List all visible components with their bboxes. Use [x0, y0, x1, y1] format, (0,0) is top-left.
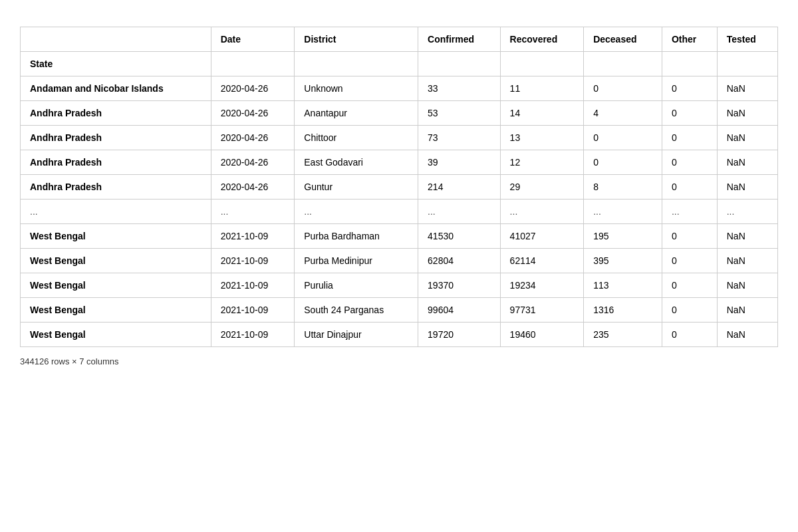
cell-deceased: 0	[584, 150, 662, 175]
main-container: Date District Confirmed Recovered Deceas…	[20, 27, 778, 366]
cell-other: 0	[662, 175, 717, 200]
cell-recovered: 97731	[500, 298, 584, 323]
col-header-tested: Tested	[717, 27, 777, 52]
cell-tested: NaN	[717, 101, 777, 126]
cell-recovered: 13	[500, 126, 584, 150]
col-header-district: District	[295, 27, 418, 52]
col-header-deceased: Deceased	[584, 27, 662, 52]
table-row: Andhra Pradesh2020-04-26East Godavari391…	[21, 150, 778, 175]
cell-tested: ...	[717, 200, 777, 224]
table-row: West Bengal2021-10-09Purba Bardhaman4153…	[21, 224, 778, 249]
col-header-recovered: Recovered	[500, 27, 584, 52]
cell-deceased: 4	[584, 101, 662, 126]
header-row: Date District Confirmed Recovered Deceas…	[21, 27, 778, 52]
table-row: Andhra Pradesh2020-04-26Guntur2142980NaN	[21, 175, 778, 200]
cell-date: 2021-10-09	[211, 249, 295, 273]
cell-date: 2021-10-09	[211, 224, 295, 249]
cell-confirmed: 62804	[418, 249, 501, 273]
group-header-tested	[717, 52, 777, 76]
cell-district: Purulia	[295, 273, 418, 298]
cell-tested: NaN	[717, 273, 777, 298]
cell-confirmed: 33	[418, 76, 501, 101]
cell-recovered: 11	[500, 76, 584, 101]
cell-district: Purba Bardhaman	[295, 224, 418, 249]
cell-tested: NaN	[717, 224, 777, 249]
table-row: West Bengal2021-10-09Purulia193701923411…	[21, 273, 778, 298]
cell-other: 0	[662, 126, 717, 150]
cell-other: 0	[662, 249, 717, 273]
group-header-district	[295, 52, 418, 76]
cell-deceased: 113	[584, 273, 662, 298]
cell-deceased: 0	[584, 76, 662, 101]
cell-date: 2021-10-09	[211, 273, 295, 298]
cell-confirmed: 39	[418, 150, 501, 175]
cell-recovered: 19460	[500, 323, 584, 347]
cell-district: Anantapur	[295, 101, 418, 126]
cell-confirmed: 99604	[418, 298, 501, 323]
col-header-date: Date	[211, 27, 295, 52]
table-body: State Andaman and Nicobar Islands2020-04…	[21, 52, 778, 347]
cell-other: 0	[662, 101, 717, 126]
cell-district: ...	[295, 200, 418, 224]
cell-district: Unknown	[295, 76, 418, 101]
col-header-other: Other	[662, 27, 717, 52]
group-header-other	[662, 52, 717, 76]
cell-district: Chittoor	[295, 126, 418, 150]
cell-other: 0	[662, 150, 717, 175]
cell-tested: NaN	[717, 249, 777, 273]
cell-recovered: 62114	[500, 249, 584, 273]
cell-other: 0	[662, 273, 717, 298]
cell-deceased: 1316	[584, 298, 662, 323]
col-header-confirmed: Confirmed	[418, 27, 501, 52]
cell-date: 2020-04-26	[211, 126, 295, 150]
cell-deceased: 195	[584, 224, 662, 249]
table-row: West Bengal2021-10-09South 24 Parganas99…	[21, 298, 778, 323]
cell-state: Andaman and Nicobar Islands	[21, 76, 211, 101]
cell-tested: NaN	[717, 76, 777, 101]
cell-district: Uttar Dinajpur	[295, 323, 418, 347]
cell-date: 2020-04-26	[211, 76, 295, 101]
cell-state: West Bengal	[21, 323, 211, 347]
cell-state: West Bengal	[21, 249, 211, 273]
cell-confirmed: 73	[418, 126, 501, 150]
cell-state: Andhra Pradesh	[21, 126, 211, 150]
cell-deceased: 0	[584, 126, 662, 150]
cell-recovered: 14	[500, 101, 584, 126]
col-header-state	[21, 27, 211, 52]
cell-deceased: 8	[584, 175, 662, 200]
cell-confirmed: 19720	[418, 323, 501, 347]
table-row: West Bengal2021-10-09Uttar Dinajpur19720…	[21, 323, 778, 347]
cell-recovered: 29	[500, 175, 584, 200]
cell-other: 0	[662, 323, 717, 347]
cell-state: West Bengal	[21, 224, 211, 249]
cell-date: 2021-10-09	[211, 323, 295, 347]
cell-other: ...	[662, 200, 717, 224]
cell-tested: NaN	[717, 150, 777, 175]
cell-state: Andhra Pradesh	[21, 101, 211, 126]
cell-confirmed: ...	[418, 200, 501, 224]
cell-other: 0	[662, 76, 717, 101]
table-row: Andaman and Nicobar Islands2020-04-26Unk…	[21, 76, 778, 101]
group-header-date	[211, 52, 295, 76]
cell-district: Guntur	[295, 175, 418, 200]
cell-state: West Bengal	[21, 298, 211, 323]
cell-state: Andhra Pradesh	[21, 175, 211, 200]
cell-deceased: 395	[584, 249, 662, 273]
cell-other: 0	[662, 298, 717, 323]
cell-tested: NaN	[717, 175, 777, 200]
table-row: Andhra Pradesh2020-04-26Anantapur531440N…	[21, 101, 778, 126]
cell-state: West Bengal	[21, 273, 211, 298]
cell-recovered: 19234	[500, 273, 584, 298]
cell-confirmed: 41530	[418, 224, 501, 249]
cell-confirmed: 214	[418, 175, 501, 200]
data-table: Date District Confirmed Recovered Deceas…	[20, 27, 778, 347]
cell-date: 2020-04-26	[211, 101, 295, 126]
group-header-deceased	[584, 52, 662, 76]
cell-tested: NaN	[717, 323, 777, 347]
cell-state: ...	[21, 200, 211, 224]
cell-date: 2021-10-09	[211, 298, 295, 323]
cell-confirmed: 19370	[418, 273, 501, 298]
cell-district: South 24 Parganas	[295, 298, 418, 323]
cell-district: East Godavari	[295, 150, 418, 175]
cell-tested: NaN	[717, 298, 777, 323]
